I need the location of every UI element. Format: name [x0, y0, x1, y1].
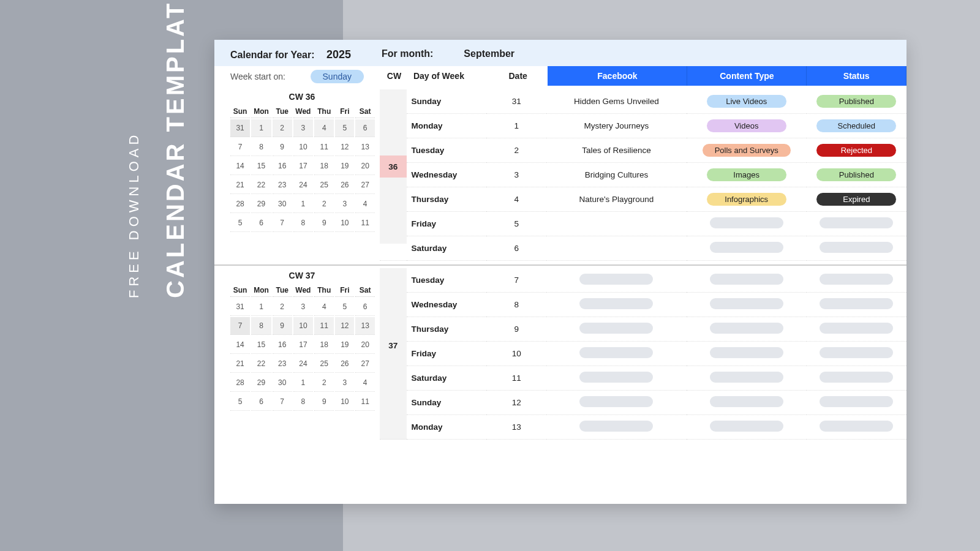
header-month-value: September: [464, 48, 514, 59]
table-row: Monday13: [380, 415, 907, 440]
header-year-label: Calendar for Year:: [230, 50, 315, 60]
col-date: Date: [488, 66, 548, 86]
col-content-type: Content Type: [687, 66, 807, 86]
table-row: Tuesday2Tales of ResiliencePolls and Sur…: [380, 138, 907, 163]
week-start-label: Week start on:: [230, 72, 311, 81]
content-rows-36: 36Sunday31Hidden Gems UnveiledLive Video…: [380, 89, 907, 261]
col-dow: Day of Week: [409, 66, 488, 86]
cw36-label: CW 36: [229, 89, 375, 104]
cw37-label: CW 37: [229, 268, 375, 283]
promo-title: CALENDAR TEMPLATE: [162, 0, 189, 298]
promo-subtitle: FREE DOWNLOAD: [126, 132, 142, 298]
content-rows-37: 37Tuesday7Wednesday8Thursday9Friday10Sat…: [380, 268, 907, 440]
table-row: Wednesday8: [380, 293, 907, 317]
table-row: Thursday4Nature's PlaygroundInfographics…: [380, 187, 907, 212]
week-start-value[interactable]: Sunday: [311, 70, 364, 83]
calendar-template-card: Calendar for Year: 2025 For month: Septe…: [214, 40, 907, 504]
table-row: Saturday11: [380, 366, 907, 391]
mini-calendar-37: SunMonTueWedThuFriSat3112345678910111213…: [229, 283, 376, 412]
table-row: Saturday6: [380, 236, 907, 261]
table-row: Friday5: [380, 212, 907, 236]
col-status: Status: [807, 66, 907, 86]
table-row: Thursday9: [380, 317, 907, 342]
table-row: Wednesday3Bridging CulturesImagesPublish…: [380, 163, 907, 187]
header-month-label: For month:: [382, 48, 433, 59]
mini-calendar-36: SunMonTueWedThuFriSat3112345678910111213…: [229, 104, 376, 233]
header-year-value: 2025: [326, 48, 351, 61]
table-row: Friday10: [380, 342, 907, 366]
table-row: 37Tuesday7: [380, 268, 907, 293]
table-row: Sunday12: [380, 391, 907, 415]
table-row: Monday1Mystery JourneysVideosScheduled: [380, 114, 907, 138]
table-row: 36Sunday31Hidden Gems UnveiledLive Video…: [380, 89, 907, 114]
content-table-header: CW Day of Week Date Facebook Content Typ…: [380, 66, 907, 86]
col-cw: CW: [380, 66, 409, 86]
col-platform: Facebook: [548, 66, 687, 86]
